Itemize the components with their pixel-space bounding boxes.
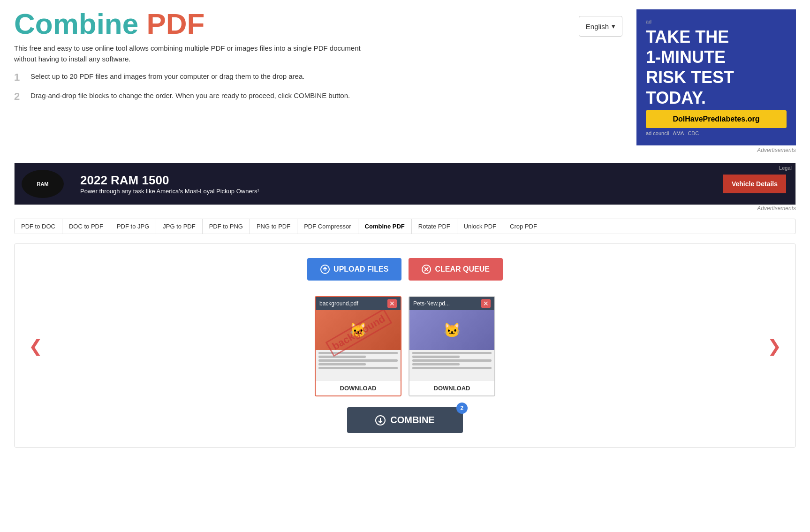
ama-logo: AMA xyxy=(673,130,684,136)
clear-icon xyxy=(422,265,431,274)
file-card-2: Pets-New.pd... ✕ 🐱 DOWNLOAD xyxy=(409,296,495,396)
nav-combine-pdf[interactable]: Combine PDF xyxy=(358,219,412,234)
ad-right-logos: ad council AMA CDC xyxy=(646,130,787,136)
file-card-2-header: Pets-New.pd... ✕ xyxy=(409,297,494,310)
file-card-2-name: Pets-New.pd... xyxy=(413,300,450,307)
ad-right-block: ad TAKE THE1-MINUTERISK TESTTODAY. DoIHa… xyxy=(636,9,796,153)
file-card-2-close[interactable]: ✕ xyxy=(481,299,491,308)
banner-legal: Legal xyxy=(779,165,792,171)
ad-council-logo: ad council xyxy=(646,130,669,136)
logo-combine: Combine xyxy=(14,8,138,40)
preview-line xyxy=(412,352,492,354)
chevron-down-icon: ▾ xyxy=(612,22,615,30)
preview-line xyxy=(318,352,398,354)
instructions-list: 1 Select up to 20 PDF files and images f… xyxy=(14,71,380,103)
preview-line xyxy=(412,359,492,362)
preview-line-short xyxy=(412,363,460,365)
step-2-text: Drag-and-drop file blocks to change the … xyxy=(30,91,350,101)
file-card-1-download[interactable]: DOWNLOAD xyxy=(316,380,401,395)
preview-line-short xyxy=(318,356,366,358)
ad-right-title: TAKE THE1-MINUTERISK TESTTODAY. xyxy=(646,27,787,108)
nav-rotate-pdf[interactable]: Rotate PDF xyxy=(412,219,457,234)
preview-line xyxy=(318,359,398,362)
combine-download-icon xyxy=(375,415,386,426)
nav-unlock-pdf[interactable]: Unlock PDF xyxy=(457,219,503,234)
preview-line xyxy=(318,367,398,369)
site-logo: Combine PDF xyxy=(14,9,204,38)
combine-btn-label: COMBINE xyxy=(390,415,434,426)
nav-jpg-to-pdf[interactable]: JPG to PDF xyxy=(156,219,202,234)
tool-nav: PDF to DOC DOC to PDF PDF to JPG JPG to … xyxy=(14,219,796,234)
step-2: 2 Drag-and-drop file blocks to change th… xyxy=(14,91,380,103)
nav-doc-to-pdf[interactable]: DOC to PDF xyxy=(62,219,110,234)
main-content-area: UPLOAD FILES CLEAR QUEUE ❮ background.pd… xyxy=(14,243,796,448)
cdc-logo: CDC xyxy=(688,130,699,136)
preview-cat-2-icon: 🐱 xyxy=(409,310,494,350)
banner-ads-label: Advertisements xyxy=(14,205,796,212)
nav-pdf-compressor[interactable]: PDF Compressor xyxy=(297,219,358,234)
file-card-1-preview: 🐱 background xyxy=(316,310,401,380)
nav-pdf-to-jpg[interactable]: PDF to JPG xyxy=(110,219,156,234)
preview-line-short xyxy=(318,363,366,365)
preview-text-lines xyxy=(316,350,401,372)
step-1: 1 Select up to 20 PDF files and images f… xyxy=(14,71,380,84)
step-1-text: Select up to 20 PDF files and images fro… xyxy=(30,71,304,82)
upload-controls: UPLOAD FILES CLEAR QUEUE xyxy=(24,258,786,281)
file-carousel: ❮ background.pdf ✕ 🐱 background xyxy=(24,295,786,398)
file-card-2-download[interactable]: DOWNLOAD xyxy=(409,380,494,395)
preview-line xyxy=(412,367,492,369)
nav-crop-pdf[interactable]: Crop PDF xyxy=(503,219,544,234)
file-card-1: background.pdf ✕ 🐱 background xyxy=(315,296,401,396)
step-1-num: 1 xyxy=(14,71,23,84)
ad-right-label: Advertisements xyxy=(636,147,796,153)
file-card-1-name: background.pdf xyxy=(319,300,358,307)
nav-pdf-to-doc[interactable]: PDF to DOC xyxy=(15,219,62,234)
banner-title: 2022 RAM 1500 xyxy=(80,173,704,188)
language-label: English xyxy=(586,23,609,30)
nav-png-to-pdf[interactable]: PNG to PDF xyxy=(250,219,297,234)
nav-pdf-to-png[interactable]: PDF to PNG xyxy=(203,219,250,234)
logo-pdf: PDF xyxy=(146,8,204,40)
preview-line-short xyxy=(412,356,460,358)
ad-right-button[interactable]: DoIHavePrediabetes.org xyxy=(646,110,787,128)
description-text: This free and easy to use online tool al… xyxy=(14,43,380,64)
file-card-1-header: background.pdf ✕ xyxy=(316,297,401,310)
carousel-prev-arrow[interactable]: ❮ xyxy=(24,332,47,361)
combine-area: COMBINE 2 xyxy=(24,407,786,433)
language-selector[interactable]: English ▾ xyxy=(579,16,622,37)
upload-icon xyxy=(320,265,330,274)
clear-queue-button[interactable]: CLEAR QUEUE xyxy=(409,258,502,281)
preview-text-lines-2 xyxy=(409,350,494,372)
file-card-2-preview: 🐱 xyxy=(409,310,494,380)
files-container: background.pdf ✕ 🐱 background xyxy=(52,296,758,396)
step-2-num: 2 xyxy=(14,91,23,103)
banner-subtitle: Power through any task like America's Mo… xyxy=(80,188,704,195)
file-card-1-close[interactable]: ✕ xyxy=(387,299,397,308)
ram-logo: RAM xyxy=(22,170,64,198)
banner-ad-wrap: RAM 2022 RAM 1500 Power through any task… xyxy=(14,163,796,212)
combine-badge: 2 xyxy=(456,403,468,414)
combine-button[interactable]: COMBINE 2 xyxy=(347,407,462,433)
carousel-next-arrow[interactable]: ❯ xyxy=(763,332,786,361)
vehicle-details-button[interactable]: Vehicle Details xyxy=(723,175,786,193)
upload-files-button[interactable]: UPLOAD FILES xyxy=(307,258,401,281)
